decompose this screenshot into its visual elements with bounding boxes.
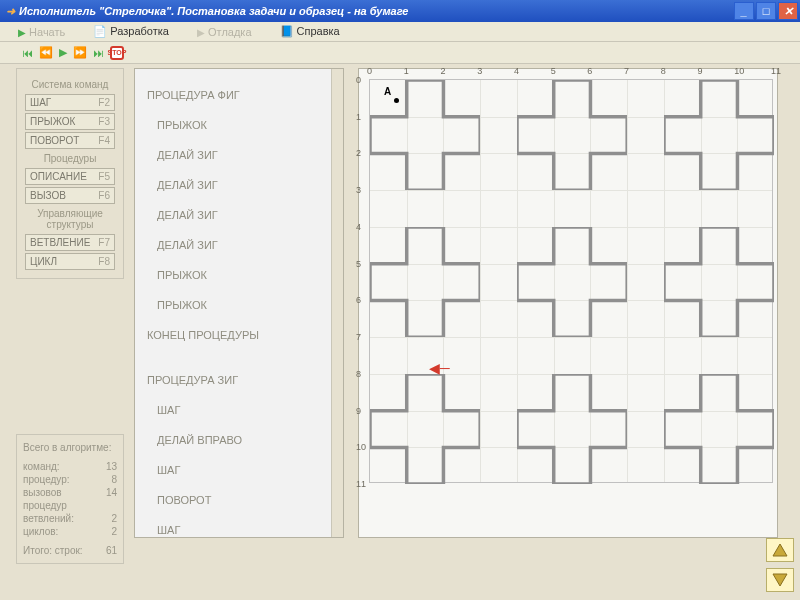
code-line: ДЕЛАЙ ЗИГ: [141, 238, 337, 253]
toolbar: ⏮ ⏪ ▶ ⏩ ⏭ STOP: [0, 42, 800, 64]
axis-tick: 1: [356, 112, 361, 122]
stats-row-branch: ветвлений:2: [23, 512, 117, 525]
triangle-down-icon: [772, 573, 788, 587]
axis-tick: 9: [698, 66, 703, 76]
plus-shape: [517, 374, 627, 484]
palette-procs-label: Процедуры: [21, 153, 119, 164]
grid: 0011223344556677889910101111A◀─: [369, 79, 773, 483]
axis-tick: 2: [356, 148, 361, 158]
code-content: ПРОЦЕДУРА ФИГ ПРЫЖОК ДЕЛАЙ ЗИГ ДЕЛАЙ ЗИГ…: [135, 69, 343, 538]
palette-call-button[interactable]: ВЫЗОВF6: [25, 187, 115, 204]
axis-tick: 11: [771, 66, 781, 76]
stats-row-loops: циклов:2: [23, 525, 117, 538]
code-line: ПРОЦЕДУРА ЗИГ: [141, 373, 337, 388]
fast-forward-icon[interactable]: ⏭: [93, 47, 104, 59]
command-palette: Система команд ШАГF2 ПРЫЖОКF3 ПОВОРОТF4 …: [16, 68, 124, 279]
code-line: ПРЫЖОК: [141, 268, 337, 283]
field-panel: 0011223344556677889910101111A◀─: [358, 68, 778, 538]
plus-shape: [517, 227, 627, 337]
palette-branch-button[interactable]: ВЕТВЛЕНИЕF7: [25, 234, 115, 251]
palette-jump-button[interactable]: ПРЫЖОКF3: [25, 113, 115, 130]
nav-triangles: [766, 538, 794, 592]
code-line: ДЕЛАЙ ЗИГ: [141, 178, 337, 193]
nav-down-button[interactable]: [766, 568, 794, 592]
menu-start[interactable]: ▶ Начать: [18, 26, 65, 38]
menu-debug[interactable]: ▶ Отладка: [197, 26, 252, 38]
axis-tick: 2: [440, 66, 445, 76]
axis-tick: 0: [367, 66, 372, 76]
palette-desc-button[interactable]: ОПИСАНИЕF5: [25, 168, 115, 185]
code-line: ДЕЛАЙ ЗИГ: [141, 208, 337, 223]
triangle-up-icon: [772, 543, 788, 557]
plus-shape: [370, 374, 480, 484]
code-panel[interactable]: ПРОЦЕДУРА ФИГ ПРЫЖОК ДЕЛАЙ ЗИГ ДЕЛАЙ ЗИГ…: [134, 68, 344, 538]
axis-tick: 9: [356, 406, 361, 416]
axis-tick: 10: [356, 442, 366, 452]
nav-up-button[interactable]: [766, 538, 794, 562]
rewind-icon[interactable]: ⏮: [22, 47, 33, 59]
palette-system-label: Система команд: [21, 79, 119, 90]
axis-tick: 6: [356, 295, 361, 305]
code-line: ПОВОРОТ: [141, 493, 337, 508]
palette-turn-button[interactable]: ПОВОРОТF4: [25, 132, 115, 149]
code-line: ДЕЛАЙ ЗИГ: [141, 148, 337, 163]
cursor-arrow-icon: ◀─: [429, 363, 450, 373]
svg-marker-1: [773, 574, 787, 586]
plus-shape: [664, 374, 774, 484]
stats-row-procs: процедур:8: [23, 473, 117, 486]
close-button[interactable]: ✕: [778, 2, 798, 20]
plus-shape: [664, 227, 774, 337]
code-line: ПРЫЖОК: [141, 298, 337, 313]
stop-icon[interactable]: STOP: [110, 46, 124, 60]
axis-tick: 8: [356, 369, 361, 379]
axis-tick: 5: [551, 66, 556, 76]
axis-tick: 8: [661, 66, 666, 76]
stats-panel: Всего в алгоритме: команд:13 процедур:8 …: [16, 434, 124, 564]
axis-tick: 5: [356, 259, 361, 269]
palette-ctrl-label: Управляющие структуры: [21, 208, 119, 230]
axis-tick: 10: [734, 66, 744, 76]
window-title: Исполнитель "Стрелочка". Постановка зада…: [19, 5, 408, 17]
axis-tick: 7: [356, 332, 361, 342]
main-area: Система команд ШАГF2 ПРЫЖОКF3 ПОВОРОТF4 …: [0, 64, 800, 600]
plus-shape: [370, 80, 480, 190]
palette-step-button[interactable]: ШАГF2: [25, 94, 115, 111]
stats-row-cmds: команд:13: [23, 460, 117, 473]
play-icon[interactable]: ▶: [59, 46, 67, 59]
stats-header: Всего в алгоритме:: [23, 441, 117, 454]
plus-shape: [517, 80, 627, 190]
titlebar: ➜ Исполнитель "Стрелочка". Постановка за…: [0, 0, 800, 22]
menubar: ▶ Начать 📄 Разработка ▶ Отладка 📘 Справк…: [0, 22, 800, 42]
plus-shape: [664, 80, 774, 190]
code-line: КОНЕЦ ПРОЦЕДУРЫ: [141, 328, 337, 343]
axis-tick: 3: [477, 66, 482, 76]
code-line: ДЕЛАЙ ВПРАВО: [141, 433, 337, 448]
menu-dev[interactable]: 📄 Разработка: [93, 25, 169, 38]
axis-tick: 6: [587, 66, 592, 76]
code-line: ШАГ: [141, 523, 337, 538]
menu-help[interactable]: 📘 Справка: [280, 25, 340, 38]
step-forward-icon[interactable]: ⏩: [73, 46, 87, 59]
scrollbar[interactable]: [331, 69, 343, 537]
stats-row-total: Итого: строк:61: [23, 544, 117, 557]
palette-loop-button[interactable]: ЦИКЛF8: [25, 253, 115, 270]
svg-marker-0: [773, 544, 787, 556]
code-line: ПРОЦЕДУРА ФИГ: [141, 88, 337, 103]
code-line: ШАГ: [141, 403, 337, 418]
axis-tick: 1: [404, 66, 409, 76]
plus-shape: [370, 227, 480, 337]
app-icon: ➜: [6, 5, 15, 18]
code-line: ПРЫЖОК: [141, 118, 337, 133]
axis-tick: 3: [356, 185, 361, 195]
axis-tick: 7: [624, 66, 629, 76]
code-line: ШАГ: [141, 463, 337, 478]
step-back-icon[interactable]: ⏪: [39, 46, 53, 59]
axis-tick: 11: [356, 479, 366, 489]
axis-tick: 4: [514, 66, 519, 76]
maximize-button[interactable]: □: [756, 2, 776, 20]
axis-tick: 0: [356, 75, 361, 85]
stats-row-calls: вызовов процедур14: [23, 486, 117, 512]
minimize-button[interactable]: _: [734, 2, 754, 20]
axis-tick: 4: [356, 222, 361, 232]
